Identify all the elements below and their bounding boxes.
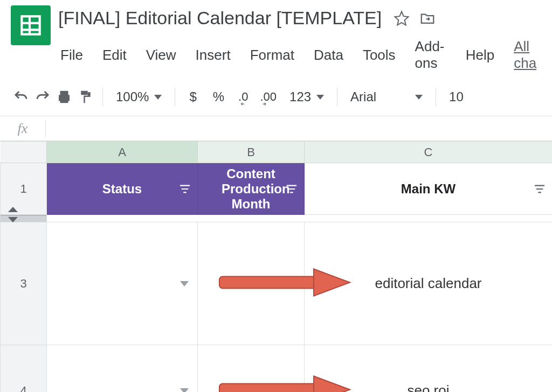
menu-format[interactable]: Format (248, 46, 296, 65)
menubar: File Edit View Insert Format Data Tools … (58, 37, 541, 73)
chevron-down-icon (154, 95, 162, 100)
select-all-corner[interactable] (1, 142, 47, 163)
menu-data[interactable]: Data (312, 46, 346, 65)
menu-view[interactable]: View (144, 46, 178, 65)
expand-down-icon[interactable] (8, 217, 18, 222)
zoom-dropdown[interactable]: 100% (112, 89, 166, 104)
header-cell-content-month[interactable]: Content Production Month (198, 163, 305, 215)
expand-up-icon[interactable] (8, 207, 18, 212)
header-cell-main-kw[interactable]: Main KW (305, 163, 553, 215)
menu-addons[interactable]: Add-ons (413, 37, 448, 73)
hidden-rows-indicator[interactable] (1, 215, 47, 222)
formula-bar: fx (0, 116, 552, 141)
decrease-decimals-button[interactable]: .0 (235, 90, 251, 104)
column-header-a[interactable]: A (47, 142, 198, 163)
undo-icon[interactable] (13, 89, 29, 105)
cell-a3[interactable] (47, 222, 198, 345)
row-header-3[interactable]: 3 (1, 222, 47, 345)
filter-icon[interactable] (534, 183, 546, 195)
paint-format-icon[interactable] (78, 89, 94, 105)
row-header-1[interactable]: 1 (1, 163, 47, 215)
filter-icon[interactable] (179, 183, 191, 195)
star-icon[interactable] (394, 10, 410, 26)
print-icon[interactable] (56, 89, 72, 105)
sheets-app-icon[interactable] (11, 5, 51, 45)
cell-b3[interactable] (198, 222, 305, 345)
document-title[interactable]: [FINAL] Editorial Calendar [TEMPLATE] (58, 8, 382, 29)
toolbar: 100% $ % .0 .00 123 Arial 10 (0, 78, 552, 116)
menu-tools[interactable]: Tools (361, 46, 398, 65)
menu-insert[interactable]: Insert (194, 46, 233, 65)
dropdown-arrow-icon[interactable] (180, 281, 189, 286)
menu-file[interactable]: File (58, 46, 85, 65)
number-format-dropdown[interactable]: 123 (285, 89, 328, 104)
svg-rect-5 (219, 383, 316, 392)
header-cell-status[interactable]: Status (47, 163, 198, 215)
row-header-4[interactable]: 4 (1, 345, 47, 393)
cell-b4[interactable] (198, 345, 305, 393)
svg-rect-4 (219, 276, 316, 288)
move-folder-icon[interactable] (419, 10, 436, 26)
spreadsheet-grid: A B C 1 Status Content Production Month … (0, 141, 552, 392)
chevron-down-icon (415, 95, 423, 100)
format-percent-button[interactable]: % (208, 89, 230, 104)
menu-help[interactable]: Help (464, 46, 496, 65)
menu-lastchanges[interactable]: All cha (512, 37, 541, 73)
increase-decimals-button[interactable]: .00 (257, 90, 280, 104)
column-header-b[interactable]: B (198, 142, 305, 163)
cell-c3[interactable]: editorial calendar (305, 222, 553, 345)
cell-a4[interactable] (47, 345, 198, 393)
font-size-dropdown[interactable]: 10 (445, 89, 468, 104)
filter-icon[interactable] (286, 183, 298, 195)
font-family-dropdown[interactable]: Arial (346, 89, 427, 104)
dropdown-arrow-icon[interactable] (180, 388, 189, 393)
column-header-c[interactable]: C (305, 142, 553, 163)
fx-label: fx (0, 121, 45, 137)
cell-c4[interactable]: seo roi (305, 345, 553, 393)
format-currency-button[interactable]: $ (184, 89, 202, 104)
zoom-value: 100% (116, 89, 149, 104)
chevron-down-icon (316, 95, 324, 100)
menu-edit[interactable]: Edit (100, 46, 129, 65)
redo-icon[interactable] (34, 89, 51, 105)
